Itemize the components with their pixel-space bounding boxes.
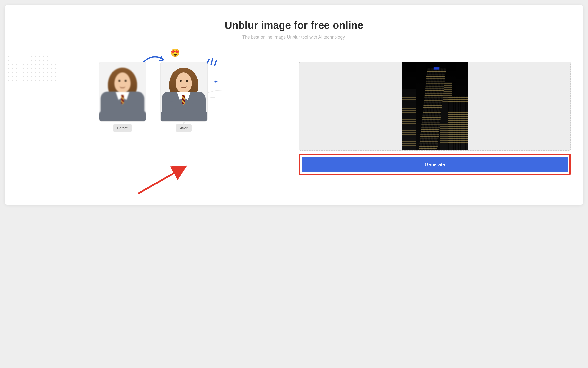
svg-line-1 [211,58,213,65]
page-title: Unblur image for free online [17,20,571,31]
sparkle-star-icon: ✦ [213,78,218,85]
svg-line-2 [215,60,216,65]
before-column: Before [99,62,146,132]
after-image [160,62,208,122]
before-image [99,62,146,122]
dot-grid-decoration [6,55,58,82]
after-column: After [160,62,208,132]
generate-button[interactable]: Generate [302,157,568,172]
upload-panel: Generate [299,62,571,175]
main-card: Unblur image for free online The best on… [5,5,583,205]
after-label: After [176,124,192,132]
page-subtitle: The best online Image Unblur tool with A… [17,35,571,40]
uploaded-image-preview [402,62,468,150]
before-label: Before [113,124,132,132]
before-after-demo: 😍 ✦ [17,62,289,132]
annotation-highlight-box: Generate [299,154,571,175]
heart-eyes-emoji-icon: 😍 [170,48,180,57]
image-dropzone[interactable] [299,62,571,151]
